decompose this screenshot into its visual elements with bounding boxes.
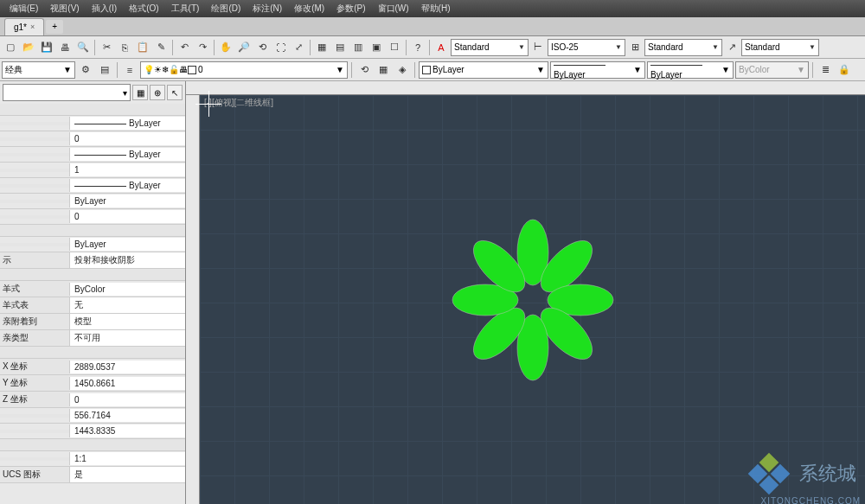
menu-edit[interactable]: 编辑(E) bbox=[4, 1, 43, 16]
workspace-combo[interactable]: 经典▼ bbox=[2, 61, 75, 79]
prop-value[interactable]: ByLayer bbox=[69, 195, 185, 207]
menu-help[interactable]: 帮助(H) bbox=[416, 1, 456, 16]
property-row[interactable]: Y 坐标1450.8661 bbox=[0, 375, 185, 392]
prop-value[interactable]: 0 bbox=[69, 393, 185, 406]
copy-icon[interactable]: ⎘ bbox=[116, 39, 133, 56]
prop-value[interactable]: 1:1 bbox=[69, 452, 185, 465]
lock-icon[interactable]: 🔒 bbox=[836, 61, 853, 79]
prop-value[interactable]: 2889.0537 bbox=[69, 360, 185, 373]
zoom-all-icon[interactable]: ⤢ bbox=[290, 39, 307, 56]
props-icon[interactable]: ▦ bbox=[313, 39, 330, 56]
property-row[interactable]: 1 bbox=[0, 163, 185, 178]
layer-combo[interactable]: 💡☀❄🔓🖶0 ▼ bbox=[140, 61, 348, 79]
undo-icon[interactable]: ↶ bbox=[176, 39, 193, 56]
prop-value[interactable]: 模型 bbox=[69, 314, 185, 329]
tablestyle-combo[interactable]: Standard▼ bbox=[644, 39, 722, 56]
flower-drawing[interactable] bbox=[446, 214, 619, 386]
menu-draw[interactable]: 绘图(D) bbox=[206, 1, 246, 16]
property-row[interactable]: X 坐标2889.0537 bbox=[0, 359, 185, 375]
prop-value[interactable]: 0 bbox=[69, 210, 185, 223]
layer-state-icon[interactable]: ▦ bbox=[375, 61, 392, 79]
mleaderstyle-combo[interactable]: Standard▼ bbox=[741, 39, 819, 56]
lineweight-combo[interactable]: ByLayer ▼ bbox=[647, 61, 734, 79]
property-row[interactable]: 1:1 bbox=[0, 451, 185, 467]
layer-prev-icon[interactable]: ⟲ bbox=[356, 61, 373, 79]
property-row[interactable]: 羊式表无 bbox=[0, 297, 185, 314]
pan-icon[interactable]: ✋ bbox=[217, 39, 234, 56]
prop-value[interactable]: 投射和接收阴影 bbox=[69, 252, 185, 268]
menu-view[interactable]: 视图(V) bbox=[45, 1, 84, 16]
property-row[interactable]: 亲类型不可用 bbox=[0, 330, 185, 347]
property-row[interactable]: 556.7164 bbox=[0, 408, 185, 424]
prop-value[interactable]: 556.7164 bbox=[69, 409, 185, 422]
workspace-save-icon[interactable]: ▤ bbox=[96, 61, 113, 79]
zoom-prev-icon[interactable]: ⟲ bbox=[253, 39, 271, 56]
property-row[interactable]: ByLayer bbox=[0, 147, 185, 163]
color-combo[interactable]: ByLayer ▼ bbox=[419, 61, 548, 79]
prop-value[interactable]: ByLayer bbox=[69, 179, 185, 192]
preview-icon[interactable]: 🔍 bbox=[74, 39, 92, 56]
textstyle-combo[interactable]: Standard▼ bbox=[451, 39, 529, 56]
new-icon[interactable]: ▢ bbox=[2, 39, 19, 56]
prop-value[interactable]: 无 bbox=[69, 297, 185, 313]
prop-value[interactable]: 0 bbox=[69, 132, 185, 145]
zoom-icon[interactable]: 🔎 bbox=[235, 39, 253, 56]
prop-value[interactable]: ByLayer bbox=[69, 117, 185, 130]
property-row[interactable]: 示投射和接收阴影 bbox=[0, 252, 185, 269]
sheet-icon[interactable]: ▤ bbox=[331, 39, 349, 56]
pickadd-icon[interactable]: ⊕ bbox=[150, 85, 165, 100]
print-icon[interactable]: 🖶 bbox=[56, 39, 74, 56]
property-row[interactable]: 亲附着到模型 bbox=[0, 314, 185, 330]
property-row[interactable]: ByLayer bbox=[0, 194, 185, 209]
mleaderstyle-icon[interactable]: ↗ bbox=[723, 39, 740, 56]
prop-value[interactable]: 1443.8335 bbox=[69, 424, 185, 437]
zoom-window-icon[interactable]: ⛶ bbox=[272, 39, 289, 56]
tool-icon[interactable]: ▥ bbox=[349, 39, 367, 56]
calc-icon[interactable]: ▣ bbox=[368, 39, 385, 56]
save-icon[interactable]: 💾 bbox=[38, 39, 55, 56]
viewport-label[interactable]: [-][俯视][二维线框] bbox=[204, 97, 273, 109]
redo-icon[interactable]: ↷ bbox=[194, 39, 211, 56]
close-icon[interactable]: × bbox=[30, 22, 35, 31]
menu-tools[interactable]: 工具(T) bbox=[166, 1, 205, 16]
property-row[interactable]: 羊式ByColor bbox=[0, 281, 185, 297]
layer-iso-icon[interactable]: ◈ bbox=[394, 61, 411, 79]
open-icon[interactable]: 📂 bbox=[20, 39, 37, 56]
linetype-combo[interactable]: ByLayer ▼ bbox=[550, 61, 645, 79]
help-icon[interactable]: ? bbox=[409, 39, 426, 56]
dimstyle-icon[interactable]: ⊢ bbox=[529, 39, 547, 56]
prop-value[interactable]: 1450.8661 bbox=[69, 377, 185, 390]
document-tab[interactable]: g1* × bbox=[4, 18, 44, 35]
paste-icon[interactable]: 📋 bbox=[134, 39, 151, 56]
property-row[interactable]: 0 bbox=[0, 131, 185, 147]
prop-value[interactable]: ByColor bbox=[69, 283, 185, 296]
menu-modify[interactable]: 修改(M) bbox=[289, 1, 330, 16]
plotstyle-combo[interactable]: ByColor▼ bbox=[735, 61, 809, 79]
menu-window[interactable]: 窗口(W) bbox=[373, 1, 414, 16]
menu-param[interactable]: 参数(P) bbox=[331, 1, 370, 16]
match-icon[interactable]: ✎ bbox=[152, 39, 170, 56]
selectobj-icon[interactable]: ↖ bbox=[167, 85, 183, 100]
property-row[interactable]: Z 坐标0 bbox=[0, 392, 185, 408]
workspace-settings-icon[interactable]: ⚙ bbox=[77, 61, 94, 79]
list-icon[interactable]: ≣ bbox=[817, 61, 834, 79]
tablestyle-icon[interactable]: ⊞ bbox=[626, 39, 644, 56]
layer-manager-icon[interactable]: ≡ bbox=[121, 61, 138, 79]
menu-insert[interactable]: 插入(I) bbox=[86, 1, 122, 16]
cut-icon[interactable]: ✂ bbox=[98, 39, 115, 56]
prop-value[interactable]: ByLayer bbox=[69, 238, 185, 251]
prop-value[interactable]: 是 bbox=[69, 467, 185, 482]
select-icon[interactable]: ☐ bbox=[386, 39, 403, 56]
prop-value[interactable]: 1 bbox=[69, 163, 185, 176]
menu-dim[interactable]: 标注(N) bbox=[247, 1, 287, 16]
property-row[interactable]: 1443.8335 bbox=[0, 424, 185, 439]
canvas[interactable]: [-][俯视][二维线框] bbox=[200, 95, 865, 504]
property-row[interactable]: ByLayer bbox=[0, 116, 185, 131]
new-tab-button[interactable]: + bbox=[46, 20, 63, 34]
dimstyle-combo[interactable]: ISO-25▼ bbox=[548, 39, 625, 56]
quickselect-icon[interactable]: ▦ bbox=[132, 85, 148, 100]
prop-value[interactable]: 不可用 bbox=[69, 330, 185, 346]
selection-combo[interactable]: ▾ bbox=[3, 84, 131, 101]
menu-format[interactable]: 格式(O) bbox=[124, 1, 163, 16]
property-row[interactable]: 0 bbox=[0, 209, 185, 225]
